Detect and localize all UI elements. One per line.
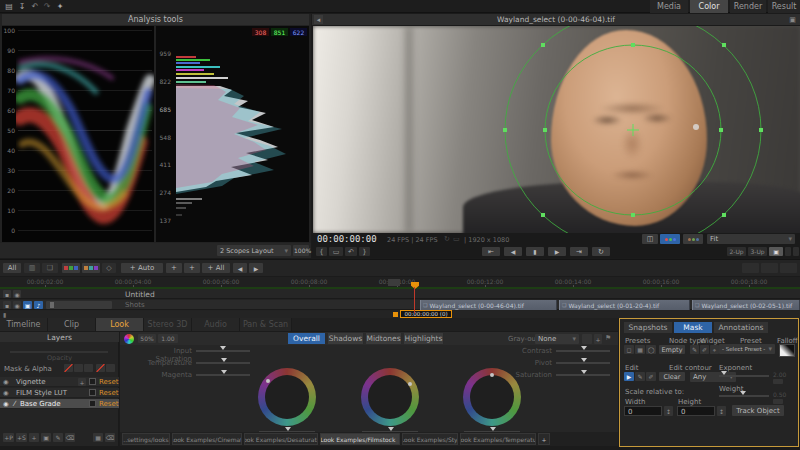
preset-select[interactable]: - Select Preset - ▾: [719, 344, 775, 354]
timeline-clip[interactable]: ❏ Wayland_select (0-00-46-04).tif: [420, 300, 557, 310]
auto-color-button[interactable]: ◇: [102, 263, 116, 273]
mask-mode-button-1[interactable]: [64, 364, 73, 372]
undo-icon[interactable]: ↶: [30, 1, 40, 12]
layer-add-icon[interactable]: +: [78, 378, 86, 386]
timeline-clip[interactable]: ❏ Wayland_select (0-01-20-4).tif: [559, 300, 690, 310]
layer-opacity-slider[interactable]: [10, 351, 108, 353]
tab-render[interactable]: Render: [730, 0, 766, 13]
three-up-button[interactable]: 3-Up: [748, 247, 767, 256]
mask-mode-button-3[interactable]: [84, 364, 93, 372]
add-all-button[interactable]: + All: [202, 263, 230, 273]
frame-icon[interactable]: ▭: [453, 235, 460, 243]
edit-contour-select[interactable]: Any ▾: [690, 372, 736, 382]
layer-grid-button[interactable]: ▦: [93, 433, 103, 442]
shots-video-icon[interactable]: ▣: [23, 301, 32, 309]
layer-row-vignette[interactable]: ◉ Vignette + Reset: [0, 377, 119, 387]
set-out-button[interactable]: }: [359, 247, 370, 256]
extra-button-2[interactable]: [793, 247, 799, 256]
grade-tab-highlights[interactable]: Highlights: [404, 333, 444, 344]
playhead-keyframe[interactable]: [393, 312, 398, 317]
tab-snapshots[interactable]: Snapshots: [624, 322, 672, 333]
go-start-button[interactable]: ⇤: [482, 247, 500, 256]
preset-shape-square-button[interactable]: ◻: [624, 345, 634, 354]
pivot-slider[interactable]: [556, 362, 610, 364]
layer-checkbox[interactable]: [89, 400, 96, 407]
stop-button[interactable]: ▮: [526, 247, 544, 256]
timeline-clip[interactable]: ❏ Wayland_select (0-02-05-1).tif: [692, 300, 800, 310]
grade-add-button[interactable]: +: [594, 334, 602, 344]
edit-pen2-button[interactable]: ✐: [646, 372, 656, 381]
fit-select[interactable]: Fit ▾: [707, 234, 795, 244]
tab-annotations[interactable]: Annotations: [714, 322, 768, 333]
loop-icon[interactable]: ↻: [444, 235, 450, 243]
tab-panscan[interactable]: Pan & Scan: [240, 318, 292, 331]
filter-all-button[interactable]: All: [3, 263, 21, 273]
preset-shape-circle-button[interactable]: ◯: [646, 345, 656, 354]
preset-shape-grid-button[interactable]: ▦: [635, 345, 645, 354]
weight-value-box[interactable]: [773, 399, 783, 404]
add-secondary-button[interactable]: +S: [16, 433, 27, 442]
duplicate-layer-button[interactable]: ▣: [41, 433, 51, 442]
grade-tab-shadows[interactable]: Shadows: [328, 333, 364, 344]
open-project-icon[interactable]: ▤: [4, 1, 14, 12]
node-pen2-button[interactable]: ✐: [700, 345, 709, 354]
edit-move-button[interactable]: ▶: [624, 372, 634, 381]
view-color-button[interactable]: [660, 234, 680, 244]
height-stepper[interactable]: ↕: [717, 406, 726, 416]
delete-layer-button[interactable]: ⌫: [65, 433, 75, 442]
redo-icon[interactable]: ↷: [42, 1, 52, 12]
height-input[interactable]: 0: [677, 406, 715, 416]
look-tab-add[interactable]: +: [538, 433, 550, 445]
tab-mask[interactable]: Mask: [674, 322, 712, 333]
step-back-button[interactable]: ◀: [504, 247, 522, 256]
exponent-value-box[interactable]: [773, 379, 783, 384]
shots-zoom-slider[interactable]: [46, 301, 112, 309]
timeline-track-shots[interactable]: ▪ ◉ ▣ ♪ Shots ❏ Wayland_select (0-00-46-…: [0, 300, 800, 310]
loop-playback-button[interactable]: ↻: [592, 247, 610, 256]
look-tab-temperature[interactable]: ..Look Examples/Temperature: [460, 433, 536, 445]
clear-button[interactable]: Clear: [659, 372, 685, 381]
fullscreen-icon[interactable]: ▣: [788, 15, 797, 24]
color-swatch-button-2[interactable]: [82, 263, 100, 273]
two-up-button[interactable]: 2-Up: [727, 247, 746, 256]
look-tab-cinematic[interactable]: ..Look Examples/Cinematic: [172, 433, 242, 445]
look-tab-settings[interactable]: ..settings/looks: [122, 433, 170, 445]
add-button[interactable]: +: [166, 263, 182, 273]
save-icon[interactable]: ↧: [17, 1, 27, 12]
magenta-slider[interactable]: [196, 374, 250, 376]
prev-clip-button[interactable]: ◀: [233, 263, 247, 273]
tab-timeline[interactable]: Timeline: [0, 318, 48, 331]
right-tool-button-1[interactable]: [742, 263, 759, 273]
track-object-button[interactable]: Track Object: [732, 405, 784, 416]
scopes-layout-select[interactable]: 2 Scopes Layout ▾: [217, 245, 291, 256]
set-in-button[interactable]: {: [316, 247, 327, 256]
tab-stereo3d[interactable]: Stereo 3D: [144, 318, 192, 331]
grade-amount-box[interactable]: 50%: [138, 334, 156, 343]
eye-icon[interactable]: ◉: [3, 389, 9, 397]
play-button[interactable]: ▶: [548, 247, 566, 256]
look-tab-style[interactable]: ..Look Examples/Style: [402, 433, 458, 445]
tab-media[interactable]: Media: [650, 0, 688, 13]
scopes-zoom-select[interactable]: 100%: [293, 245, 309, 256]
add-primary-button[interactable]: +P: [3, 433, 14, 442]
color-swatch-button-1[interactable]: [62, 263, 80, 273]
grade-gamma-box[interactable]: 1.00: [158, 334, 178, 343]
extra-button-1[interactable]: [785, 247, 791, 256]
ruler-marker-box[interactable]: [388, 279, 400, 286]
viewer-image[interactable]: [313, 26, 800, 233]
weight-slider[interactable]: [719, 395, 769, 397]
width-stepper[interactable]: ↕: [664, 406, 673, 416]
add-keyframe-button[interactable]: +: [184, 263, 200, 273]
grade-tab-midtones[interactable]: Midtones: [366, 333, 402, 344]
eye-icon[interactable]: ◉: [3, 378, 9, 386]
shots-lock-icon[interactable]: ▪: [3, 301, 11, 309]
look-tab-desaturation[interactable]: ..Look Examples/Desaturation: [244, 433, 318, 445]
settings-wrench-icon[interactable]: ✦: [55, 1, 65, 12]
falloff-thumbnail[interactable]: [779, 344, 795, 357]
tab-look[interactable]: Look: [96, 318, 144, 331]
view-compare-button[interactable]: [683, 234, 703, 244]
add-auto-button[interactable]: + Auto: [121, 263, 163, 273]
grayout-select[interactable]: None ▾: [535, 334, 579, 344]
timeline-ruler[interactable]: 00:00:02:00 00:00:04:00 00:00:06:00 00:0…: [0, 277, 800, 287]
mask-mode-button-2[interactable]: [74, 364, 83, 372]
